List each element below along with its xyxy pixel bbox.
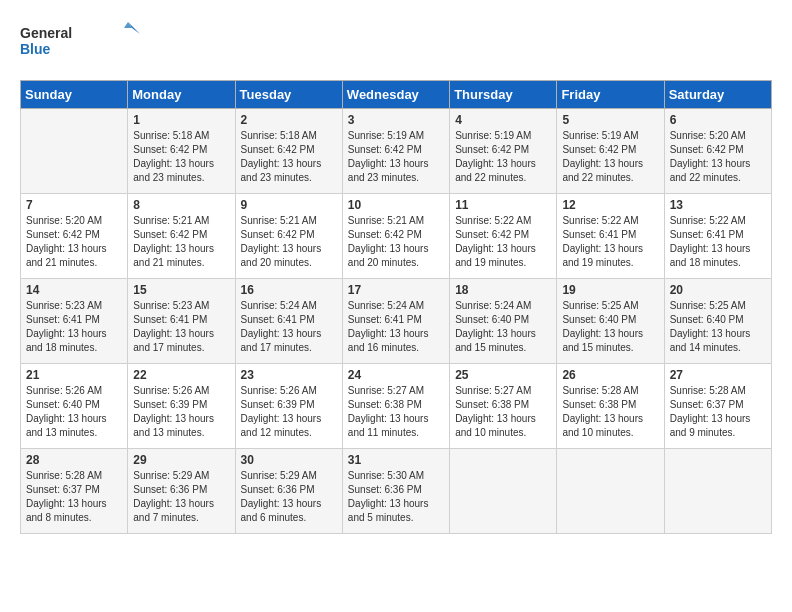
day-info: Sunrise: 5:18 AM Sunset: 6:42 PM Dayligh… [241, 129, 337, 185]
day-info: Sunrise: 5:22 AM Sunset: 6:41 PM Dayligh… [562, 214, 658, 270]
calendar-cell: 22Sunrise: 5:26 AM Sunset: 6:39 PM Dayli… [128, 364, 235, 449]
day-number: 11 [455, 198, 551, 212]
calendar-cell: 18Sunrise: 5:24 AM Sunset: 6:40 PM Dayli… [450, 279, 557, 364]
day-info: Sunrise: 5:23 AM Sunset: 6:41 PM Dayligh… [26, 299, 122, 355]
calendar-cell: 12Sunrise: 5:22 AM Sunset: 6:41 PM Dayli… [557, 194, 664, 279]
week-row-1: 1Sunrise: 5:18 AM Sunset: 6:42 PM Daylig… [21, 109, 772, 194]
day-info: Sunrise: 5:28 AM Sunset: 6:37 PM Dayligh… [26, 469, 122, 525]
day-info: Sunrise: 5:20 AM Sunset: 6:42 PM Dayligh… [670, 129, 766, 185]
day-number: 3 [348, 113, 444, 127]
calendar-body: 1Sunrise: 5:18 AM Sunset: 6:42 PM Daylig… [21, 109, 772, 534]
logo: General Blue [20, 20, 140, 64]
calendar-cell: 29Sunrise: 5:29 AM Sunset: 6:36 PM Dayli… [128, 449, 235, 534]
calendar-cell: 27Sunrise: 5:28 AM Sunset: 6:37 PM Dayli… [664, 364, 771, 449]
calendar-cell: 23Sunrise: 5:26 AM Sunset: 6:39 PM Dayli… [235, 364, 342, 449]
day-number: 8 [133, 198, 229, 212]
calendar-cell: 11Sunrise: 5:22 AM Sunset: 6:42 PM Dayli… [450, 194, 557, 279]
day-number: 2 [241, 113, 337, 127]
calendar-cell: 13Sunrise: 5:22 AM Sunset: 6:41 PM Dayli… [664, 194, 771, 279]
day-header-tuesday: Tuesday [235, 81, 342, 109]
day-info: Sunrise: 5:26 AM Sunset: 6:39 PM Dayligh… [241, 384, 337, 440]
calendar-cell: 14Sunrise: 5:23 AM Sunset: 6:41 PM Dayli… [21, 279, 128, 364]
calendar-cell: 8Sunrise: 5:21 AM Sunset: 6:42 PM Daylig… [128, 194, 235, 279]
day-number: 12 [562, 198, 658, 212]
calendar-cell: 17Sunrise: 5:24 AM Sunset: 6:41 PM Dayli… [342, 279, 449, 364]
day-info: Sunrise: 5:29 AM Sunset: 6:36 PM Dayligh… [241, 469, 337, 525]
day-info: Sunrise: 5:21 AM Sunset: 6:42 PM Dayligh… [241, 214, 337, 270]
calendar-cell: 28Sunrise: 5:28 AM Sunset: 6:37 PM Dayli… [21, 449, 128, 534]
week-row-3: 14Sunrise: 5:23 AM Sunset: 6:41 PM Dayli… [21, 279, 772, 364]
day-info: Sunrise: 5:21 AM Sunset: 6:42 PM Dayligh… [348, 214, 444, 270]
day-number: 22 [133, 368, 229, 382]
calendar-cell: 2Sunrise: 5:18 AM Sunset: 6:42 PM Daylig… [235, 109, 342, 194]
day-info: Sunrise: 5:28 AM Sunset: 6:37 PM Dayligh… [670, 384, 766, 440]
calendar-cell: 25Sunrise: 5:27 AM Sunset: 6:38 PM Dayli… [450, 364, 557, 449]
day-info: Sunrise: 5:18 AM Sunset: 6:42 PM Dayligh… [133, 129, 229, 185]
calendar-cell: 24Sunrise: 5:27 AM Sunset: 6:38 PM Dayli… [342, 364, 449, 449]
calendar-cell: 16Sunrise: 5:24 AM Sunset: 6:41 PM Dayli… [235, 279, 342, 364]
day-number: 5 [562, 113, 658, 127]
day-header-saturday: Saturday [664, 81, 771, 109]
calendar-cell [557, 449, 664, 534]
calendar-cell: 1Sunrise: 5:18 AM Sunset: 6:42 PM Daylig… [128, 109, 235, 194]
calendar-cell [21, 109, 128, 194]
day-info: Sunrise: 5:26 AM Sunset: 6:40 PM Dayligh… [26, 384, 122, 440]
day-header-monday: Monday [128, 81, 235, 109]
day-number: 6 [670, 113, 766, 127]
day-number: 29 [133, 453, 229, 467]
calendar-cell: 30Sunrise: 5:29 AM Sunset: 6:36 PM Dayli… [235, 449, 342, 534]
day-number: 10 [348, 198, 444, 212]
day-header-friday: Friday [557, 81, 664, 109]
day-number: 24 [348, 368, 444, 382]
day-number: 4 [455, 113, 551, 127]
day-info: Sunrise: 5:25 AM Sunset: 6:40 PM Dayligh… [670, 299, 766, 355]
calendar-cell: 3Sunrise: 5:19 AM Sunset: 6:42 PM Daylig… [342, 109, 449, 194]
day-header-wednesday: Wednesday [342, 81, 449, 109]
calendar-cell: 15Sunrise: 5:23 AM Sunset: 6:41 PM Dayli… [128, 279, 235, 364]
day-info: Sunrise: 5:22 AM Sunset: 6:41 PM Dayligh… [670, 214, 766, 270]
day-info: Sunrise: 5:24 AM Sunset: 6:41 PM Dayligh… [241, 299, 337, 355]
calendar-cell [450, 449, 557, 534]
day-number: 31 [348, 453, 444, 467]
day-info: Sunrise: 5:27 AM Sunset: 6:38 PM Dayligh… [348, 384, 444, 440]
day-number: 19 [562, 283, 658, 297]
day-number: 16 [241, 283, 337, 297]
day-number: 7 [26, 198, 122, 212]
day-number: 30 [241, 453, 337, 467]
day-number: 27 [670, 368, 766, 382]
day-header-thursday: Thursday [450, 81, 557, 109]
day-number: 25 [455, 368, 551, 382]
day-number: 15 [133, 283, 229, 297]
calendar-cell: 31Sunrise: 5:30 AM Sunset: 6:36 PM Dayli… [342, 449, 449, 534]
day-info: Sunrise: 5:26 AM Sunset: 6:39 PM Dayligh… [133, 384, 229, 440]
calendar-cell [664, 449, 771, 534]
day-number: 14 [26, 283, 122, 297]
svg-text:General: General [20, 25, 72, 41]
day-info: Sunrise: 5:24 AM Sunset: 6:40 PM Dayligh… [455, 299, 551, 355]
week-row-5: 28Sunrise: 5:28 AM Sunset: 6:37 PM Dayli… [21, 449, 772, 534]
logo-icon: General Blue [20, 20, 140, 64]
day-number: 26 [562, 368, 658, 382]
day-info: Sunrise: 5:24 AM Sunset: 6:41 PM Dayligh… [348, 299, 444, 355]
day-info: Sunrise: 5:21 AM Sunset: 6:42 PM Dayligh… [133, 214, 229, 270]
day-info: Sunrise: 5:20 AM Sunset: 6:42 PM Dayligh… [26, 214, 122, 270]
svg-text:Blue: Blue [20, 41, 51, 57]
calendar-cell: 5Sunrise: 5:19 AM Sunset: 6:42 PM Daylig… [557, 109, 664, 194]
calendar-cell: 7Sunrise: 5:20 AM Sunset: 6:42 PM Daylig… [21, 194, 128, 279]
day-number: 17 [348, 283, 444, 297]
day-info: Sunrise: 5:27 AM Sunset: 6:38 PM Dayligh… [455, 384, 551, 440]
calendar-cell: 21Sunrise: 5:26 AM Sunset: 6:40 PM Dayli… [21, 364, 128, 449]
calendar-cell: 4Sunrise: 5:19 AM Sunset: 6:42 PM Daylig… [450, 109, 557, 194]
calendar-cell: 9Sunrise: 5:21 AM Sunset: 6:42 PM Daylig… [235, 194, 342, 279]
day-info: Sunrise: 5:22 AM Sunset: 6:42 PM Dayligh… [455, 214, 551, 270]
calendar-cell: 19Sunrise: 5:25 AM Sunset: 6:40 PM Dayli… [557, 279, 664, 364]
day-info: Sunrise: 5:19 AM Sunset: 6:42 PM Dayligh… [455, 129, 551, 185]
page-header: General Blue [20, 20, 772, 64]
day-number: 1 [133, 113, 229, 127]
day-info: Sunrise: 5:30 AM Sunset: 6:36 PM Dayligh… [348, 469, 444, 525]
day-number: 18 [455, 283, 551, 297]
day-header-sunday: Sunday [21, 81, 128, 109]
day-info: Sunrise: 5:23 AM Sunset: 6:41 PM Dayligh… [133, 299, 229, 355]
week-row-4: 21Sunrise: 5:26 AM Sunset: 6:40 PM Dayli… [21, 364, 772, 449]
day-number: 9 [241, 198, 337, 212]
